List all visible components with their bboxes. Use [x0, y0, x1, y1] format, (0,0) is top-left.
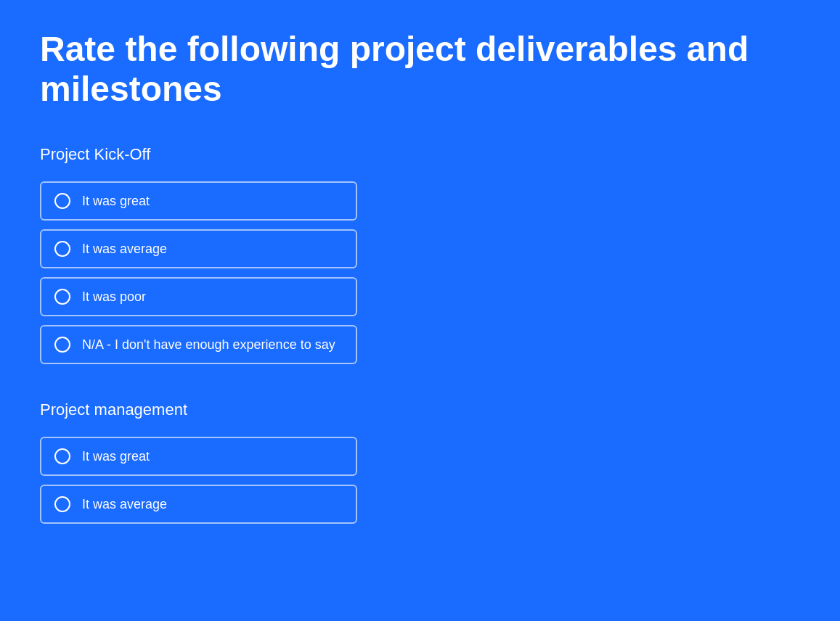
radio-circle-icon	[54, 337, 70, 353]
option-kick-off-poor-label: It was poor	[82, 289, 146, 305]
option-management-great[interactable]: It was great	[40, 437, 357, 476]
radio-circle-icon	[54, 448, 70, 464]
option-kick-off-poor[interactable]: It was poor	[40, 277, 357, 316]
radio-circle-icon	[54, 241, 70, 257]
radio-circle-icon	[54, 193, 70, 209]
option-kick-off-great-label: It was great	[82, 194, 150, 209]
option-management-great-label: It was great	[82, 449, 150, 464]
option-management-average-label: It was average	[82, 497, 167, 512]
option-kick-off-average-label: It was average	[82, 242, 167, 257]
option-kick-off-great[interactable]: It was great	[40, 181, 357, 221]
section-management: Project management It was great It was a…	[40, 400, 800, 524]
radio-circle-icon	[54, 496, 70, 512]
page-title: Rate the following project deliverables …	[40, 29, 800, 109]
section-management-label: Project management	[40, 400, 800, 419]
radio-circle-icon	[54, 289, 70, 305]
option-management-average[interactable]: It was average	[40, 485, 357, 524]
section-kick-off: Project Kick-Off It was great It was ave…	[40, 145, 800, 364]
option-kick-off-na-label: N/A - I don't have enough experience to …	[82, 337, 335, 353]
option-kick-off-na[interactable]: N/A - I don't have enough experience to …	[40, 325, 357, 364]
section-kick-off-label: Project Kick-Off	[40, 145, 800, 164]
option-kick-off-average[interactable]: It was average	[40, 229, 357, 268]
